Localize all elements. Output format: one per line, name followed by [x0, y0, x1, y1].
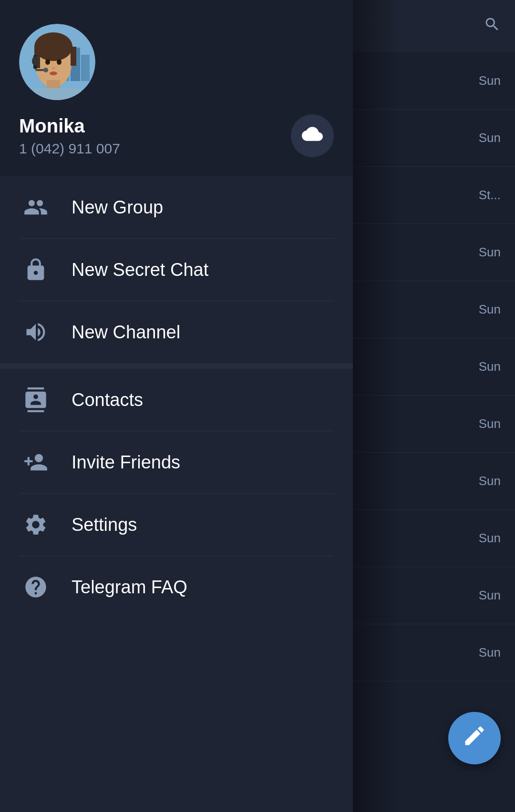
svg-rect-18: [33, 88, 81, 100]
profile-text: Monika 1 (042) 911 007: [19, 115, 291, 157]
svg-point-12: [50, 71, 57, 75]
profile-phone: 1 (042) 911 007: [19, 141, 291, 157]
profile-header: Monika 1 (042) 911 007: [0, 0, 353, 176]
profile-info-row: Monika 1 (042) 911 007: [19, 114, 334, 157]
svg-point-14: [32, 56, 39, 66]
menu-section: New Group New Secret Chat New Ch: [0, 176, 353, 812]
chat-time: Sun: [479, 531, 501, 546]
invite-friends-label: Invite Friends: [72, 452, 180, 473]
chat-time: Sun: [479, 474, 501, 488]
faq-label: Telegram FAQ: [72, 577, 187, 598]
gear-icon: [19, 512, 52, 537]
svg-point-10: [57, 59, 62, 65]
new-group-label: New Group: [72, 197, 163, 218]
invite-friends-menu-item[interactable]: Invite Friends: [0, 431, 353, 493]
drawer-shadow: [353, 0, 401, 812]
contact-icon: [19, 387, 52, 412]
chat-time: Sun: [479, 416, 501, 431]
chat-time: Sun: [479, 359, 501, 374]
cloud-saved-messages-button[interactable]: [291, 114, 334, 157]
new-secret-chat-label: New Secret Chat: [72, 260, 208, 280]
invite-icon: [19, 450, 52, 475]
svg-rect-4: [81, 55, 90, 81]
compose-fab-button[interactable]: [448, 712, 501, 764]
group-icon: [19, 195, 52, 220]
new-channel-label: New Channel: [72, 322, 180, 343]
settings-label: Settings: [72, 515, 137, 535]
profile-name: Monika: [19, 115, 291, 137]
chat-time: Sun: [479, 131, 501, 145]
menu-group-separator: [0, 363, 353, 369]
contacts-menu-item[interactable]: Contacts: [0, 369, 353, 431]
menu-group-create: New Group New Secret Chat New Ch: [0, 176, 353, 363]
navigation-drawer: Monika 1 (042) 911 007: [0, 0, 353, 812]
chat-time: Sun: [479, 645, 501, 660]
help-icon: [19, 575, 52, 599]
contacts-label: Contacts: [72, 390, 143, 410]
new-secret-chat-menu-item[interactable]: New Secret Chat: [0, 239, 353, 301]
menu-group-misc: Contacts Invite Friends Settings: [0, 369, 353, 618]
svg-point-16: [43, 68, 48, 72]
faq-menu-item[interactable]: Telegram FAQ: [0, 556, 353, 618]
channel-icon: [19, 320, 52, 345]
chat-time: St...: [479, 188, 501, 203]
settings-menu-item[interactable]: Settings: [0, 494, 353, 556]
lock-icon: [19, 257, 52, 282]
chat-time: Sun: [479, 73, 501, 88]
avatar[interactable]: [19, 24, 95, 100]
chat-time: Sun: [479, 588, 501, 603]
cloud-icon: [302, 123, 323, 149]
chat-time: Sun: [479, 245, 501, 260]
new-channel-menu-item[interactable]: New Channel: [0, 301, 353, 363]
svg-point-9: [45, 59, 50, 65]
search-icon[interactable]: [484, 16, 501, 37]
svg-point-11: [52, 67, 55, 70]
new-group-menu-item[interactable]: New Group: [0, 176, 353, 238]
svg-rect-8: [71, 47, 76, 66]
edit-icon: [462, 723, 487, 753]
chat-time: Sun: [479, 302, 501, 317]
